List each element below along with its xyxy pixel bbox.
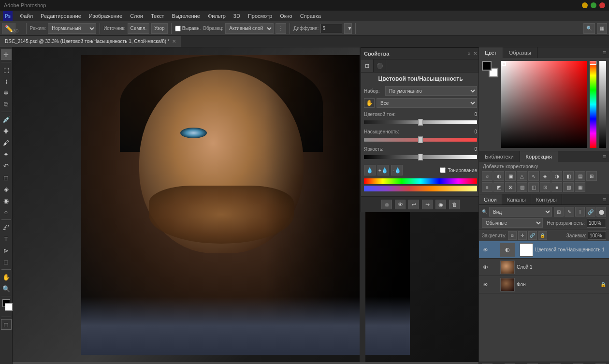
tool-hand[interactable]: ✋ (1, 272, 12, 282)
sample-select[interactable]: Активный слой (225, 23, 274, 34)
alpha-spectrum[interactable] (599, 61, 606, 148)
tool-move[interactable]: ✛ (1, 49, 12, 60)
tool-crop[interactable]: ⧉ (1, 99, 12, 110)
paths-tab[interactable]: Контуры (531, 194, 562, 204)
corr-btn-solidcolor[interactable]: ■ (551, 182, 562, 192)
corr-btn-gradient2[interactable]: ▨ (517, 182, 527, 192)
tool-mask[interactable]: ◻ (1, 319, 12, 330)
pattern-btn[interactable]: Узор (151, 23, 167, 34)
tool-eyedropper[interactable]: 💉 (1, 114, 12, 125)
color-spectrum-v[interactable] (590, 61, 596, 148)
props-undo-btn[interactable]: ↩ (408, 200, 419, 209)
layer-item-1[interactable]: 👁 Слой 1 (479, 259, 609, 276)
menu-window[interactable]: Окно (276, 12, 296, 20)
tool-heal[interactable]: ✚ (1, 126, 12, 136)
libraries-tab[interactable]: Библиотеки (479, 151, 520, 162)
tool-brush[interactable]: 🖌 (1, 137, 12, 148)
minimize-btn[interactable] (582, 2, 588, 8)
tool-path[interactable]: ⊳ (1, 245, 12, 256)
lock-pixel-btn[interactable]: ⧈ (508, 231, 517, 240)
fill-input[interactable] (588, 231, 606, 240)
tool-shape[interactable]: □ (1, 257, 12, 267)
tool-gradient[interactable]: ◈ (1, 184, 12, 194)
fg-color-swatch[interactable] (482, 61, 492, 71)
layer-vis-huesat[interactable]: 👁 (481, 246, 490, 254)
tool-eraser[interactable]: ◻ (1, 172, 12, 183)
layers-panel-options[interactable]: ≡ (600, 194, 609, 204)
color-panel-options[interactable]: ≡ (600, 47, 609, 58)
layers-tab[interactable]: Слои (479, 194, 502, 204)
bright-thumb[interactable] (418, 154, 423, 160)
corr-btn-colorgr[interactable]: ⊞ (586, 171, 597, 181)
layer-vis-bg[interactable]: 👁 (481, 280, 490, 289)
props-tab-icon1[interactable]: ⊞ (361, 59, 374, 72)
corr-btn-hsl[interactable]: ∿ (528, 171, 539, 181)
mode-select[interactable]: Нормальный (48, 23, 96, 34)
color-gradient-box[interactable] (501, 61, 587, 148)
channels-tab[interactable]: Каналы (502, 194, 531, 204)
tab-close-btn[interactable]: ✕ (172, 39, 176, 44)
props-vis-btn[interactable]: ◉ (435, 200, 446, 209)
align-checkbox[interactable] (175, 26, 181, 31)
corr-btn-curves[interactable]: ◐ (493, 171, 504, 181)
document-tab[interactable]: DSC_2145.psd @ 33.3% (Цветовой тон/Насыщ… (0, 36, 181, 47)
swatches-tab[interactable]: Образцы (503, 47, 537, 58)
lock-artboard-btn[interactable]: 🔗 (528, 231, 537, 240)
props-tab-icon2[interactable]: ⚫ (374, 59, 386, 72)
menu-file[interactable]: Файл (16, 12, 36, 20)
lock-all-btn[interactable]: 🔒 (538, 231, 547, 240)
view-select[interactable]: Вид (489, 207, 552, 217)
corr-options[interactable]: ≡ (600, 151, 609, 162)
correction-tab[interactable]: Коррекция (520, 151, 558, 162)
props-close-btn[interactable]: ✕ (473, 51, 477, 56)
corr-btn-posterize[interactable]: ◩ (493, 182, 504, 192)
menu-image[interactable]: Изображение (86, 12, 126, 20)
props-delete-btn[interactable]: 🗑 (449, 200, 460, 209)
color-tab[interactable]: Цвет (479, 47, 503, 58)
tool-wand[interactable]: ✲ (1, 87, 12, 98)
search-btn[interactable]: 🔍 (583, 23, 595, 34)
menu-filter[interactable]: Фильтр (204, 12, 229, 20)
layer-vis-1[interactable]: 👁 (481, 263, 490, 272)
menu-select[interactable]: Выделение (169, 12, 203, 20)
corr-btn-levels[interactable]: ≡ (482, 182, 493, 192)
layer-icon-btn3[interactable]: T (575, 207, 585, 217)
layer-icon-btn4[interactable]: 🔗 (586, 207, 595, 217)
diffusion-arrow[interactable]: ▼ (344, 23, 352, 34)
maximize-btn[interactable] (591, 2, 596, 8)
hand-tool-btn[interactable]: ✋ (364, 98, 375, 108)
tool-pen[interactable]: 🖊 (1, 222, 12, 233)
tool-dodge[interactable]: ○ (1, 207, 12, 218)
props-collapse-btn[interactable]: « (467, 51, 470, 56)
tool-text[interactable]: T (1, 233, 12, 244)
opacity-input[interactable] (587, 218, 606, 228)
menu-layers[interactable]: Слои (127, 12, 146, 20)
preset-select[interactable]: По умолчанию (385, 86, 477, 96)
layer-icon-btn1[interactable]: ⊞ (554, 207, 564, 217)
colorize-checkbox[interactable] (440, 167, 446, 173)
tool-blur[interactable]: ◉ (1, 195, 12, 206)
lock-pos-btn[interactable]: ✛ (518, 231, 527, 240)
layer-icon-btn5[interactable]: ⬤ (596, 207, 606, 217)
tool-stamp[interactable]: ✦ (1, 149, 12, 160)
corr-btn-brightness[interactable]: ☼ (482, 171, 493, 181)
corr-btn-exposure[interactable]: ▣ (505, 171, 516, 181)
layer-icon-btn2[interactable]: ✎ (565, 207, 574, 217)
layer-item-huesat[interactable]: 👁 ◐ Цветовой тон/Насыщенность 1 (479, 241, 609, 259)
menu-3d[interactable]: 3D (230, 12, 244, 20)
channel-select[interactable]: Все (377, 98, 477, 108)
sample-options-btn[interactable]: ⋮ (276, 23, 286, 34)
tool-history[interactable]: ↶ (1, 160, 12, 171)
corr-btn-vibrance[interactable]: △ (517, 171, 527, 181)
corr-btn-channelmixer[interactable]: ▤ (575, 171, 585, 181)
layer-item-bg[interactable]: 👁 Фон 🔒 (479, 276, 609, 293)
corr-btn-photofilter[interactable]: ◧ (563, 171, 574, 181)
sat-thumb[interactable] (418, 136, 423, 143)
corr-btn-selectcolor[interactable]: ◫ (528, 182, 539, 192)
color-swatches[interactable] (2, 299, 10, 315)
menu-edit[interactable]: Редактирование (37, 12, 85, 20)
blending-select[interactable]: Обычные (482, 218, 543, 228)
corr-btn-pattern[interactable]: ▦ (575, 182, 585, 192)
menu-view[interactable]: Просмотр (245, 12, 276, 20)
props-redo-btn[interactable]: ↪ (422, 200, 433, 209)
